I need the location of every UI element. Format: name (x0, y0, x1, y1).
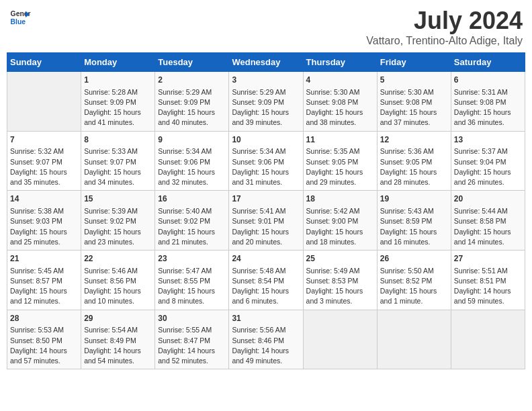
column-header-friday: Friday (377, 53, 451, 72)
calendar-cell (7, 72, 81, 132)
day-number: 17 (232, 193, 300, 205)
calendar-cell: 1Sunrise: 5:28 AM Sunset: 9:09 PM Daylig… (81, 72, 155, 132)
day-info: Sunrise: 5:28 AM Sunset: 9:09 PM Dayligh… (84, 87, 152, 128)
calendar-header-row: SundayMondayTuesdayWednesdayThursdayFrid… (7, 53, 525, 72)
day-number: 27 (454, 253, 522, 265)
calendar-cell (451, 310, 525, 369)
day-info: Sunrise: 5:32 AM Sunset: 9:07 PM Dayligh… (10, 146, 78, 187)
day-info: Sunrise: 5:29 AM Sunset: 9:09 PM Dayligh… (232, 87, 300, 128)
calendar-cell (377, 310, 451, 369)
day-number: 2 (158, 75, 226, 86)
day-number: 9 (158, 134, 226, 146)
day-info: Sunrise: 5:29 AM Sunset: 9:09 PM Dayligh… (158, 87, 226, 128)
calendar-cell: 30Sunrise: 5:55 AM Sunset: 8:47 PM Dayli… (155, 310, 229, 369)
title-block: July 2024 Vattaro, Trentino-Alto Adige, … (366, 7, 523, 47)
day-number: 28 (10, 313, 78, 324)
day-number: 11 (306, 134, 374, 146)
day-number: 25 (306, 253, 374, 265)
calendar-cell: 8Sunrise: 5:33 AM Sunset: 9:07 PM Daylig… (81, 131, 155, 191)
main-title: July 2024 (366, 7, 523, 35)
day-number: 6 (454, 75, 522, 86)
column-header-tuesday: Tuesday (155, 53, 229, 72)
calendar-cell: 16Sunrise: 5:40 AM Sunset: 9:02 PM Dayli… (155, 191, 229, 250)
calendar-cell: 4Sunrise: 5:30 AM Sunset: 9:08 PM Daylig… (303, 72, 377, 132)
day-info: Sunrise: 5:39 AM Sunset: 9:02 PM Dayligh… (84, 206, 152, 247)
calendar-cell: 5Sunrise: 5:30 AM Sunset: 9:08 PM Daylig… (377, 72, 451, 132)
logo: General Blue (9, 7, 31, 28)
calendar-cell: 14Sunrise: 5:38 AM Sunset: 9:03 PM Dayli… (7, 191, 81, 250)
day-info: Sunrise: 5:44 AM Sunset: 8:58 PM Dayligh… (454, 206, 522, 247)
calendar-cell: 21Sunrise: 5:45 AM Sunset: 8:57 PM Dayli… (7, 250, 81, 310)
calendar-cell: 26Sunrise: 5:50 AM Sunset: 8:52 PM Dayli… (377, 250, 451, 310)
day-info: Sunrise: 5:56 AM Sunset: 8:46 PM Dayligh… (232, 325, 300, 366)
calendar-cell: 31Sunrise: 5:56 AM Sunset: 8:46 PM Dayli… (229, 310, 303, 369)
day-number: 14 (10, 193, 78, 205)
day-number: 22 (84, 253, 152, 265)
svg-text:Blue: Blue (11, 18, 26, 26)
day-info: Sunrise: 5:30 AM Sunset: 9:08 PM Dayligh… (306, 87, 374, 128)
calendar-table: SundayMondayTuesdayWednesdayThursdayFrid… (7, 52, 525, 369)
calendar-week-row: 21Sunrise: 5:45 AM Sunset: 8:57 PM Dayli… (7, 250, 525, 310)
day-info: Sunrise: 5:42 AM Sunset: 9:00 PM Dayligh… (306, 206, 374, 247)
day-info: Sunrise: 5:47 AM Sunset: 8:55 PM Dayligh… (158, 266, 226, 307)
calendar-cell: 12Sunrise: 5:36 AM Sunset: 9:05 PM Dayli… (377, 131, 451, 191)
subtitle: Vattaro, Trentino-Alto Adige, Italy (366, 35, 523, 47)
calendar-cell: 23Sunrise: 5:47 AM Sunset: 8:55 PM Dayli… (155, 250, 229, 310)
day-number: 16 (158, 193, 226, 205)
day-info: Sunrise: 5:48 AM Sunset: 8:54 PM Dayligh… (232, 266, 300, 307)
column-header-wednesday: Wednesday (229, 53, 303, 72)
day-info: Sunrise: 5:45 AM Sunset: 8:57 PM Dayligh… (10, 266, 78, 307)
day-info: Sunrise: 5:41 AM Sunset: 9:01 PM Dayligh… (232, 206, 300, 247)
calendar-cell: 13Sunrise: 5:37 AM Sunset: 9:04 PM Dayli… (451, 131, 525, 191)
day-info: Sunrise: 5:49 AM Sunset: 8:53 PM Dayligh… (306, 266, 374, 307)
day-number: 21 (10, 253, 78, 265)
day-info: Sunrise: 5:34 AM Sunset: 9:06 PM Dayligh… (158, 146, 226, 187)
day-number: 29 (84, 313, 152, 324)
column-header-sunday: Sunday (7, 53, 81, 72)
day-info: Sunrise: 5:55 AM Sunset: 8:47 PM Dayligh… (158, 325, 226, 366)
day-number: 10 (232, 134, 300, 146)
calendar-cell: 10Sunrise: 5:34 AM Sunset: 9:06 PM Dayli… (229, 131, 303, 191)
day-info: Sunrise: 5:50 AM Sunset: 8:52 PM Dayligh… (380, 266, 448, 307)
day-info: Sunrise: 5:38 AM Sunset: 9:03 PM Dayligh… (10, 206, 78, 247)
page-header: General Blue July 2024 Vattaro, Trentino… (7, 7, 525, 47)
calendar-cell: 7Sunrise: 5:32 AM Sunset: 9:07 PM Daylig… (7, 131, 81, 191)
day-info: Sunrise: 5:31 AM Sunset: 9:08 PM Dayligh… (454, 87, 522, 128)
day-number: 24 (232, 253, 300, 265)
day-number: 12 (380, 134, 448, 146)
column-header-monday: Monday (81, 53, 155, 72)
day-number: 3 (232, 75, 300, 86)
calendar-cell: 19Sunrise: 5:43 AM Sunset: 8:59 PM Dayli… (377, 191, 451, 250)
calendar-cell: 25Sunrise: 5:49 AM Sunset: 8:53 PM Dayli… (303, 250, 377, 310)
day-number: 1 (84, 75, 152, 86)
day-number: 8 (84, 134, 152, 146)
calendar-cell (303, 310, 377, 369)
calendar-cell: 6Sunrise: 5:31 AM Sunset: 9:08 PM Daylig… (451, 72, 525, 132)
day-number: 15 (84, 193, 152, 205)
calendar-cell: 27Sunrise: 5:51 AM Sunset: 8:51 PM Dayli… (451, 250, 525, 310)
calendar-cell: 3Sunrise: 5:29 AM Sunset: 9:09 PM Daylig… (229, 72, 303, 132)
calendar-week-row: 1Sunrise: 5:28 AM Sunset: 9:09 PM Daylig… (7, 72, 525, 132)
day-info: Sunrise: 5:40 AM Sunset: 9:02 PM Dayligh… (158, 206, 226, 247)
calendar-cell: 9Sunrise: 5:34 AM Sunset: 9:06 PM Daylig… (155, 131, 229, 191)
logo-icon: General Blue (9, 7, 31, 28)
day-number: 4 (306, 75, 374, 86)
day-info: Sunrise: 5:33 AM Sunset: 9:07 PM Dayligh… (84, 146, 152, 187)
day-number: 20 (454, 193, 522, 205)
day-info: Sunrise: 5:53 AM Sunset: 8:50 PM Dayligh… (10, 325, 78, 366)
calendar-cell: 24Sunrise: 5:48 AM Sunset: 8:54 PM Dayli… (229, 250, 303, 310)
day-info: Sunrise: 5:51 AM Sunset: 8:51 PM Dayligh… (454, 266, 522, 307)
calendar-cell: 29Sunrise: 5:54 AM Sunset: 8:49 PM Dayli… (81, 310, 155, 369)
day-info: Sunrise: 5:35 AM Sunset: 9:05 PM Dayligh… (306, 146, 374, 187)
calendar-cell: 28Sunrise: 5:53 AM Sunset: 8:50 PM Dayli… (7, 310, 81, 369)
day-info: Sunrise: 5:37 AM Sunset: 9:04 PM Dayligh… (454, 146, 522, 187)
day-number: 23 (158, 253, 226, 265)
day-number: 18 (306, 193, 374, 205)
calendar-cell: 22Sunrise: 5:46 AM Sunset: 8:56 PM Dayli… (81, 250, 155, 310)
calendar-cell: 2Sunrise: 5:29 AM Sunset: 9:09 PM Daylig… (155, 72, 229, 132)
day-number: 26 (380, 253, 448, 265)
day-number: 30 (158, 313, 226, 324)
calendar-week-row: 28Sunrise: 5:53 AM Sunset: 8:50 PM Dayli… (7, 310, 525, 369)
calendar-cell: 18Sunrise: 5:42 AM Sunset: 9:00 PM Dayli… (303, 191, 377, 250)
day-number: 31 (232, 313, 300, 324)
